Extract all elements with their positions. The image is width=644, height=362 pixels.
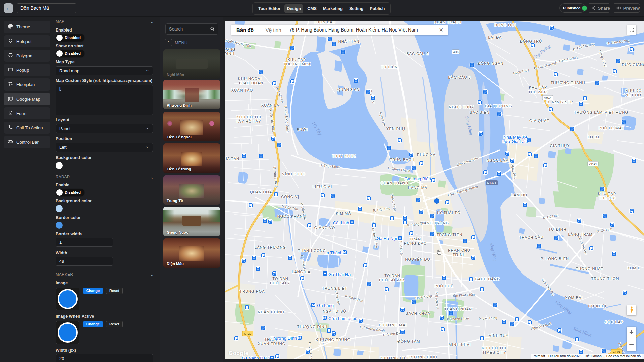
svg-text:NGỌC THỤY: NGỌC THỤY	[449, 105, 474, 109]
svg-text:ĐÔNG HỘI: ĐÔNG HỘI	[494, 23, 516, 27]
svg-text:ƯƠNG: ƯƠNG	[225, 47, 236, 51]
svg-text:TỔ DÂN: TỔ DÂN	[384, 274, 400, 278]
svg-text:NHÂN CHÍNH: NHÂN CHÍNH	[258, 310, 284, 314]
svg-text:BÁCH KHOA: BÁCH KHOA	[406, 311, 430, 315]
svg-text:THƯỢNG THANH: THƯỢNG THANH	[551, 81, 585, 85]
svg-text:XÓM L: XÓM L	[627, 266, 640, 270]
svg-text:PHỐ HUẾ: PHỐ HUẾ	[434, 284, 453, 288]
svg-text:THỐNG NHẤT: THỐNG NHẤT	[576, 266, 604, 271]
svg-text:AH14: AH14	[589, 162, 597, 165]
svg-text:TIMES CITY: TIMES CITY	[482, 350, 506, 354]
svg-text:TRẦN: TRẦN	[410, 237, 421, 241]
svg-text:LÂM DU: LÂM DU	[511, 193, 527, 197]
svg-text:GIAO ĐOÀN: GIAO ĐOÀN	[239, 81, 263, 85]
svg-text:QUAN HOA: QUAN HOA	[250, 190, 272, 194]
svg-text:XÓM BÃI: XÓM BÃI	[565, 296, 583, 300]
svg-text:LẠI ĐÀ: LẠI ĐÀ	[488, 35, 502, 39]
svg-text:NHẬT TÂN: NHẬT TÂN	[338, 39, 360, 43]
svg-text:KHU ĐÔ THỊ: KHU ĐÔ THỊ	[482, 346, 506, 350]
svg-text:CT20: CT20	[244, 332, 251, 335]
svg-text:MINH KHAI: MINH KHAI	[449, 343, 471, 347]
svg-text:YÊN PHỤ: YÊN PHỤ	[386, 127, 405, 131]
svg-text:ĐỨC GIANG: ĐỨC GIANG	[622, 63, 644, 67]
svg-text:THỂ Z133: THỂ Z133	[528, 90, 548, 94]
svg-text:TRƯỜNG LÂM: TRƯỜNG LÂM	[574, 110, 603, 114]
svg-text:XUÂN LA: XUÂN LA	[261, 103, 279, 107]
svg-text:TRÀNG TIỀN: TRÀNG TIỀN	[437, 233, 462, 237]
svg-text:NGUYỄN DU: NGUYỄN DU	[405, 257, 430, 261]
svg-text:XUÂN TRẠCH: XUÂN TRẠCH	[434, 21, 461, 24]
svg-text:TƯ ĐÌNH: TƯ ĐÌNH	[548, 227, 566, 231]
svg-text:THÔN BẮC: THÔN BẮC	[314, 21, 336, 24]
svg-text:XUÂN TẢO: XUÂN TẢO	[231, 88, 253, 92]
svg-text:GIA THƯỢNG: GIA THƯỢNG	[485, 104, 512, 108]
svg-text:KHU TẬP: KHU TẬP	[288, 58, 306, 62]
svg-text:406: 406	[453, 50, 458, 54]
svg-text:LÁNG HẠ: LÁNG HẠ	[292, 270, 310, 274]
svg-text:LIỄU GIAI: LIỄU GIAI	[313, 185, 332, 189]
svg-text:GIA THỤY: GIA THỤY	[550, 144, 570, 148]
svg-text:PHƯƠNG MAI: PHƯƠNG MAI	[379, 323, 407, 327]
svg-text:PHƯƠNG LIỆT: PHƯƠNG LIỆT	[380, 356, 409, 359]
svg-text:BẮC CẦU 2: BẮC CẦU 2	[406, 52, 429, 56]
svg-text:AH14: AH14	[544, 96, 552, 99]
svg-text:DT378: DT378	[487, 181, 496, 184]
svg-text:CT01: CT01	[613, 350, 620, 353]
svg-text:THỤY KHUÊ: THỤY KHUÊ	[332, 154, 356, 158]
svg-text:GIA QUẤT: GIA QUẤT	[529, 119, 549, 123]
svg-text:XUÂN TRUNG: XUÂN TRUNG	[258, 342, 286, 346]
svg-text:TRUNG THÔN: TRUNG THÔN	[591, 277, 619, 281]
svg-text:KHU ĐÔ THỊ: KHU ĐÔ THỊ	[236, 115, 261, 119]
svg-text:Đ. Ngô Gia Tự: Đ. Ngô Gia Tự	[547, 100, 573, 104]
svg-text:VĨNH TUY: VĨNH TUY	[489, 334, 508, 338]
svg-text:THỂ INTIMEX: THỂ INTIMEX	[284, 62, 311, 66]
svg-text:PHAN CHU: PHAN CHU	[448, 248, 470, 252]
svg-text:KHU TẬP: KHU TẬP	[529, 85, 547, 89]
svg-text:KHU NGOẠI: KHU NGOẠI	[238, 77, 262, 81]
svg-text:THẠCH CẦU: THẠCH CẦU	[519, 235, 543, 239]
svg-text:KIM MÃ: KIM MÃ	[336, 211, 351, 215]
svg-text:LÝ THÁI TỔ: LÝ THÁI TỔ	[437, 210, 461, 215]
svg-text:KHƯƠNG TRUNG: KHƯƠNG TRUNG	[316, 338, 351, 342]
svg-text:Ga Hà Nội: Ga Hà Nội	[377, 236, 397, 241]
svg-text:BƯỞI: BƯỞI	[297, 128, 308, 132]
svg-text:Ga Thái Hà: Ga Thái Hà	[328, 272, 351, 277]
svg-text:KHU TẬP: KHU TẬP	[598, 192, 616, 196]
svg-text:LÔ B1: LÔ B1	[588, 135, 600, 139]
svg-text:PHỐ SỐ 23B: PHỐ SỐ 23B	[379, 278, 404, 282]
svg-text:Cát Linh: Cát Linh	[333, 220, 349, 225]
svg-text:VIỆT HƯ: VIỆT HƯ	[624, 93, 642, 97]
svg-text:VIỆT HƯNG: VIỆT HƯNG	[605, 110, 628, 114]
svg-text:Lửa Gia Lâm: Lửa Gia Lâm	[502, 139, 528, 144]
svg-text:Ga Láng: Ga Láng	[317, 303, 334, 308]
svg-text:TRUNG HOÀ: TRUNG HOÀ	[240, 289, 265, 293]
svg-text:TRINH: TRINH	[453, 253, 466, 257]
svg-text:NGHĨA TÂN: NGHĨA TÂN	[225, 157, 239, 161]
svg-text:NGỌC LÂM: NGỌC LÂM	[487, 158, 509, 162]
svg-text:THÀNH CÔNG: THÀNH CÔNG	[298, 249, 326, 253]
svg-text:ĐỒNG TÂM: ĐỒNG TÂM	[397, 339, 420, 343]
svg-text:La Thành: La Thành	[324, 250, 343, 255]
svg-text:CỰ KHỐI: CỰ KHỐI	[588, 304, 606, 308]
svg-text:QUẢNG AN: QUẢNG AN	[337, 87, 360, 92]
svg-text:TỨ LIÊN: TỨ LIÊN	[381, 65, 398, 69]
svg-text:THANH NHÀN: THANH NHÀN	[444, 307, 472, 311]
svg-text:GIẢNG VÕ: GIẢNG VÕ	[314, 226, 335, 230]
svg-text:Cửa hầm đi bộ: Cửa hầm đi bộ	[328, 316, 357, 321]
svg-text:NGỌC KHÁNH: NGỌC KHÁNH	[277, 214, 306, 218]
svg-text:TRÚC BẠCH: TRÚC BẠCH	[390, 158, 414, 162]
svg-text:LÁNG THƯỢNG: LÁNG THƯỢNG	[255, 245, 286, 249]
svg-text:PHỐ LỆ MẬT: PHỐ LỆ MẬT	[599, 126, 625, 130]
svg-text:Ga Long Biên: Ga Long Biên	[404, 176, 431, 181]
svg-text:ĐỘC LẬP: ĐỘC LẬP	[605, 320, 623, 324]
svg-text:TÂY HỒ TÂY: TÂY HỒ TÂY	[236, 119, 261, 123]
svg-text:HƯNG ĐẠO: HƯNG ĐẠO	[404, 241, 427, 245]
svg-text:THƯỢNG ĐÌNH: THƯỢNG ĐÌNH	[297, 325, 328, 329]
svg-text:BẮC BIÊN: BẮC BIÊN	[470, 110, 489, 114]
svg-text:KHU ĐÔ: KHU ĐÔ	[626, 88, 642, 93]
svg-text:VĨNH PHÚC: VĨNH PHÚC	[282, 172, 306, 176]
svg-text:PHÚC XÁ: PHÚC XÁ	[417, 153, 436, 157]
svg-text:TRƯƠNG ĐỊNH: TRƯƠNG ĐỊNH	[407, 355, 437, 359]
svg-text:NGÃ TƯ SỞ: NGÃ TƯ SỞ	[323, 309, 347, 313]
svg-text:TỔ DÂN: TỔ DÂN	[272, 277, 288, 281]
